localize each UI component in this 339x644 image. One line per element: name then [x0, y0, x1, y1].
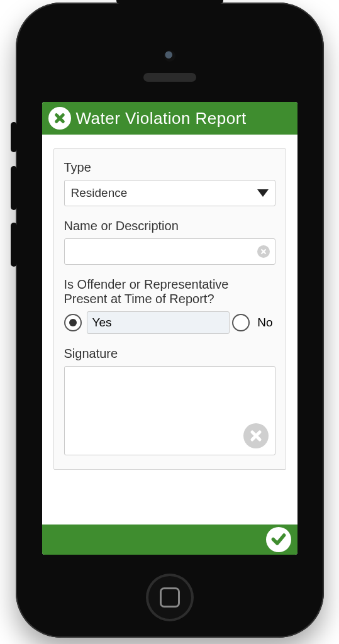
radio-checked-icon: [64, 314, 82, 331]
signature-label: Signature: [64, 347, 275, 361]
type-label: Type: [64, 160, 275, 175]
clear-signature-button[interactable]: [243, 423, 269, 448]
phone-camera: [164, 50, 175, 62]
home-icon: [160, 587, 180, 608]
clear-input-icon[interactable]: [257, 245, 270, 258]
menu-button[interactable]: [269, 109, 291, 128]
field-presence: Is Offender or Representative Present at…: [64, 277, 275, 334]
presence-option-no[interactable]: No: [232, 314, 275, 331]
phone-earpiece: [143, 73, 196, 82]
page-title: Water Violation Report: [76, 109, 264, 128]
phone-side-button: [11, 223, 17, 267]
form-area: Type Residence Name or Description: [42, 135, 297, 525]
field-signature: Signature: [64, 347, 275, 455]
signature-pad[interactable]: [64, 366, 275, 455]
chevron-down-icon: [257, 189, 269, 197]
app-footer: [42, 525, 297, 555]
phone-side-button: [11, 166, 17, 210]
phone-top-button: [116, 0, 223, 4]
app-screen: Water Violation Report Type Residence: [42, 102, 297, 555]
form-card: Type Residence Name or Description: [53, 148, 286, 470]
presence-label: Is Offender or Representative Present at…: [64, 277, 275, 306]
name-input[interactable]: [64, 238, 275, 265]
submit-button[interactable]: [266, 527, 291, 552]
presence-radio-group: Yes No: [64, 311, 275, 334]
phone-frame: Water Violation Report Type Residence: [16, 3, 324, 638]
type-select[interactable]: Residence: [64, 180, 275, 206]
field-type: Type Residence: [64, 160, 275, 206]
radio-unchecked-icon: [232, 314, 250, 331]
phone-home-button[interactable]: [146, 574, 194, 621]
presence-yes-label: Yes: [87, 311, 230, 334]
type-selected-value: Residence: [71, 186, 128, 200]
check-icon: [270, 531, 287, 547]
name-label: Name or Description: [64, 219, 275, 233]
presence-option-yes[interactable]: Yes: [64, 311, 230, 334]
phone-side-button: [11, 122, 17, 152]
field-name: Name or Description: [64, 219, 275, 265]
presence-no-label: No: [255, 316, 275, 330]
close-button[interactable]: [48, 107, 71, 130]
app-header: Water Violation Report: [42, 102, 297, 135]
